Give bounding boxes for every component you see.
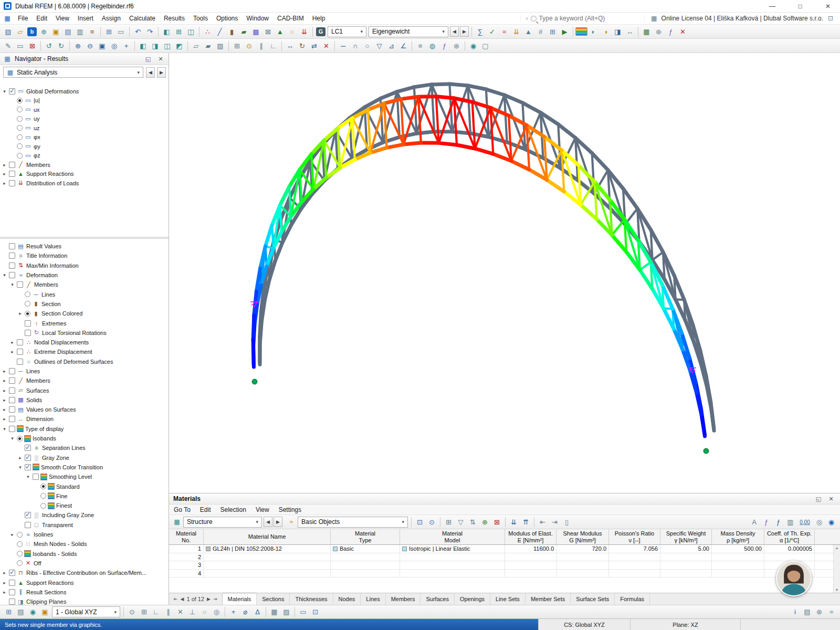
- tree-item[interactable]: ▸▩Solids: [0, 395, 169, 405]
- keyword-search[interactable]: ›: [520, 15, 644, 22]
- insert-row-icon[interactable]: ⊕: [479, 516, 491, 528]
- work-plane-status[interactable]: Plane: XZ: [630, 619, 740, 630]
- materials-menu-selection[interactable]: Selection: [216, 505, 251, 514]
- tree-item[interactable]: ▸∴Nodal Displacements: [0, 338, 169, 347]
- tree-item[interactable]: ▸▲Support Reactions: [0, 170, 169, 179]
- work-plane-icon[interactable]: ∟: [267, 40, 279, 51]
- menu-cad-bim[interactable]: CAD-BIM: [273, 13, 308, 24]
- last-column-icon[interactable]: ⇥: [549, 516, 561, 528]
- tree-item[interactable]: ▸▱Surfaces: [0, 385, 169, 395]
- save-file-icon[interactable]: ▤: [62, 26, 74, 37]
- tree-item[interactable]: ▸─Lines: [0, 366, 169, 376]
- snap-tangent-icon[interactable]: ○: [198, 606, 211, 618]
- materials-panel-header[interactable]: Materials ◱ ✕: [169, 494, 840, 505]
- radio-button[interactable]: [25, 301, 30, 307]
- tree-item[interactable]: ▾≈Deformation: [0, 270, 169, 280]
- units-settings-icon[interactable]: ⊛: [813, 606, 825, 618]
- tree-item[interactable]: ▭uy: [0, 114, 169, 124]
- expand-icon[interactable]: ▸: [2, 397, 7, 403]
- tree-item[interactable]: ▭φy: [0, 142, 169, 151]
- load-case-name-combo[interactable]: Eigengewicht ▾: [369, 26, 448, 37]
- full-screen-icon[interactable]: ▢: [479, 40, 491, 51]
- tree-item[interactable]: Fine: [0, 491, 169, 501]
- edit-pencil-icon[interactable]: ✎: [2, 40, 14, 51]
- checkbox[interactable]: [9, 180, 15, 186]
- column-header[interactable]: Coeff. of Th. Exp.α [1/°C]: [764, 529, 815, 544]
- result-values-icon[interactable]: #: [534, 26, 547, 37]
- check-model-icon[interactable]: ✓: [486, 26, 498, 37]
- polar-coordinates-icon[interactable]: ⌀: [239, 606, 251, 618]
- import-table-icon[interactable]: ⇊: [508, 516, 520, 528]
- font-size-icon[interactable]: A: [748, 516, 760, 528]
- new-surface-icon[interactable]: ▰: [238, 26, 250, 37]
- radio-button[interactable]: [40, 493, 46, 499]
- tree-item[interactable]: ▸⊓Ribs - Effective Contribution on Surfa…: [0, 568, 169, 578]
- navigator-header[interactable]: ▦ Navigator - Results ◱ ✕: [0, 53, 169, 65]
- search-input[interactable]: [539, 15, 639, 22]
- menu-window[interactable]: Window: [242, 13, 273, 24]
- tree-item[interactable]: ▮Section: [0, 299, 169, 309]
- next-load-case-button[interactable]: ▶: [460, 26, 469, 37]
- tab-thicknesses[interactable]: Thicknesses: [290, 593, 333, 605]
- first-table-icon[interactable]: ⇤: [174, 596, 178, 602]
- tree-item[interactable]: ✕Off: [0, 559, 169, 568]
- collapse-icon[interactable]: ▾: [9, 282, 15, 287]
- model-viewport[interactable]: [169, 53, 840, 493]
- animation-icon[interactable]: ▶: [559, 26, 571, 37]
- expand-icon[interactable]: ▸: [2, 407, 7, 412]
- spreadsheet-icon[interactable]: ▧: [2, 26, 14, 37]
- result-tables-icon[interactable]: ⊞: [547, 26, 559, 37]
- triangle-tool-icon[interactable]: ⊿: [385, 40, 397, 51]
- deselect-all-icon[interactable]: ⊠: [26, 40, 38, 51]
- isometric-view-icon[interactable]: ◩: [173, 40, 185, 51]
- expand-icon[interactable]: ▸: [2, 416, 7, 422]
- expand-icon[interactable]: ▸: [17, 455, 23, 460]
- checkbox[interactable]: [9, 570, 15, 576]
- menu-results[interactable]: Results: [160, 13, 189, 24]
- checkbox[interactable]: [9, 397, 15, 403]
- next-view-icon[interactable]: ↻: [55, 40, 67, 51]
- checkbox[interactable]: [9, 598, 15, 605]
- guidelines-toggle-icon[interactable]: ∥: [255, 40, 267, 51]
- menu-edit[interactable]: Edit: [32, 13, 51, 24]
- snap-center-icon[interactable]: ◎: [211, 606, 223, 618]
- tree-item[interactable]: ▸▤Values on Surfaces: [0, 405, 169, 414]
- tree-item[interactable]: ∷Mesh Nodes - Solids: [0, 539, 169, 549]
- crossing-mode-icon[interactable]: ⊡: [309, 606, 321, 618]
- materials-menu-view[interactable]: View: [251, 505, 274, 514]
- checkbox[interactable]: [33, 474, 39, 480]
- previous-navigator-button[interactable]: ◀: [146, 67, 155, 78]
- radio-button[interactable]: [40, 484, 46, 489]
- tree-item[interactable]: ▾▭Global Deformations: [0, 87, 169, 96]
- close-panel-icon[interactable]: ✕: [156, 54, 165, 64]
- checkbox[interactable]: [25, 464, 31, 470]
- last-table-icon[interactable]: ⇥: [213, 596, 217, 602]
- navigator-display-tab-icon[interactable]: ▤: [15, 606, 27, 618]
- tree-item[interactable]: ▭ux: [0, 105, 169, 114]
- tree-item[interactable]: ▭φx: [0, 133, 169, 142]
- expand-icon[interactable]: ▸: [2, 388, 7, 393]
- previous-load-case-button[interactable]: ◀: [450, 26, 459, 37]
- checkbox[interactable]: [9, 377, 15, 384]
- tree-item[interactable]: ▭uz: [0, 123, 169, 133]
- radio-button[interactable]: [25, 311, 30, 317]
- expand-icon[interactable]: ▸: [2, 181, 7, 186]
- tree-item[interactable]: ◨Clipping Planes: [0, 597, 169, 605]
- float-panel-icon[interactable]: ◱: [814, 494, 823, 503]
- expand-icon[interactable]: ▸: [2, 162, 7, 167]
- solid-display-icon[interactable]: ▰: [202, 40, 214, 51]
- new-load-icon[interactable]: ⇊: [298, 26, 310, 37]
- tab-nodes[interactable]: Nodes: [333, 593, 361, 605]
- checkbox[interactable]: [9, 387, 15, 394]
- new-line-icon[interactable]: ╱: [214, 26, 226, 37]
- select-mode-icon[interactable]: ▭: [297, 606, 309, 618]
- delete-results-icon[interactable]: ✕: [677, 26, 689, 37]
- angle-tool-icon[interactable]: ∠: [397, 40, 410, 51]
- tab-sections[interactable]: Sections: [257, 593, 290, 605]
- navigator-results-tab-icon[interactable]: ▣: [39, 606, 51, 618]
- tree-item[interactable]: ▸∴Extreme Displacement: [0, 347, 169, 356]
- new-model-icon[interactable]: ▱: [14, 26, 26, 37]
- tree-item[interactable]: ↻Local Torsional Rotations: [0, 328, 169, 338]
- table-row[interactable]: 3: [169, 561, 840, 570]
- formula-edit-icon[interactable]: ƒ: [772, 516, 784, 528]
